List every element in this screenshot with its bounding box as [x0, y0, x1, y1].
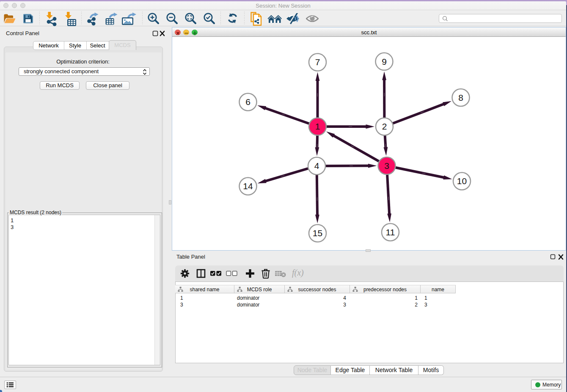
svg-text:2: 2: [382, 121, 387, 131]
svg-text:11: 11: [386, 227, 395, 237]
svg-text:9: 9: [382, 57, 387, 66]
svg-text:10: 10: [457, 176, 467, 186]
svg-text:15: 15: [313, 228, 322, 238]
svg-text:8: 8: [458, 93, 463, 102]
svg-text:6: 6: [245, 97, 250, 107]
svg-text:14: 14: [243, 181, 253, 191]
svg-text:7: 7: [315, 57, 320, 67]
svg-text:4: 4: [314, 161, 319, 171]
svg-text:3: 3: [384, 161, 389, 171]
svg-text:1: 1: [315, 121, 320, 131]
